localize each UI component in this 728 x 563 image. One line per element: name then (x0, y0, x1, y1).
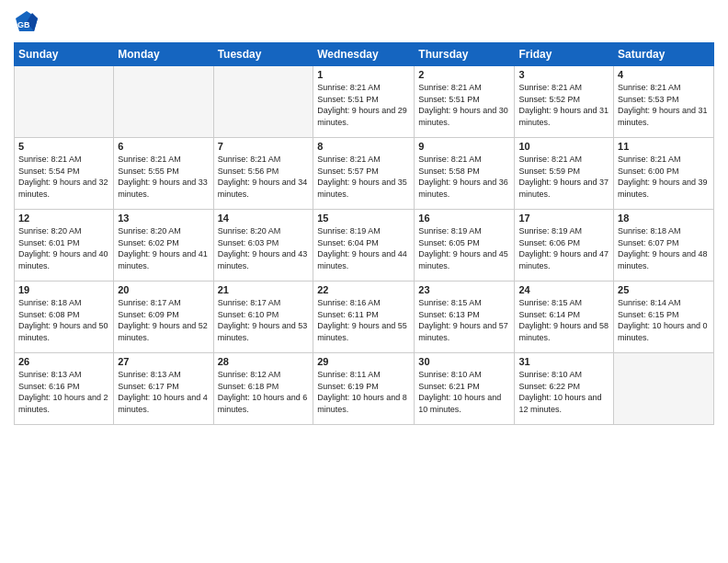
calendar-cell (614, 353, 714, 425)
calendar-cell: 18Sunrise: 8:18 AM Sunset: 6:07 PM Dayli… (614, 210, 714, 282)
calendar-cell: 2Sunrise: 8:21 AM Sunset: 5:51 PM Daylig… (415, 66, 515, 138)
day-number: 19 (18, 284, 109, 295)
day-info: Sunrise: 8:19 AM Sunset: 6:06 PM Dayligh… (518, 225, 609, 271)
day-info: Sunrise: 8:21 AM Sunset: 6:00 PM Dayligh… (618, 154, 710, 200)
day-info: Sunrise: 8:13 AM Sunset: 6:16 PM Dayligh… (18, 369, 109, 415)
day-number: 27 (118, 356, 209, 367)
day-number: 2 (418, 69, 510, 80)
day-number: 29 (317, 356, 410, 367)
day-header-monday: Monday (114, 43, 213, 66)
day-number: 25 (618, 284, 710, 295)
day-info: Sunrise: 8:18 AM Sunset: 6:07 PM Dayligh… (618, 225, 710, 271)
logo: GB (14, 9, 43, 35)
calendar-cell: 7Sunrise: 8:21 AM Sunset: 5:56 PM Daylig… (213, 138, 313, 210)
day-info: Sunrise: 8:21 AM Sunset: 5:51 PM Dayligh… (418, 82, 510, 128)
day-number: 31 (518, 356, 609, 367)
day-info: Sunrise: 8:20 AM Sunset: 6:03 PM Dayligh… (218, 225, 310, 271)
page: GB SundayMondayTuesdayWednesdayThursdayF… (0, 0, 728, 563)
day-info: Sunrise: 8:10 AM Sunset: 6:22 PM Dayligh… (518, 369, 609, 415)
day-info: Sunrise: 8:21 AM Sunset: 5:52 PM Dayligh… (518, 82, 609, 128)
calendar-cell: 20Sunrise: 8:17 AM Sunset: 6:09 PM Dayli… (114, 282, 213, 353)
calendar-cell: 19Sunrise: 8:18 AM Sunset: 6:08 PM Dayli… (15, 282, 114, 353)
day-info: Sunrise: 8:21 AM Sunset: 5:57 PM Dayligh… (317, 154, 410, 200)
calendar-cell: 15Sunrise: 8:19 AM Sunset: 6:04 PM Dayli… (313, 210, 415, 282)
day-info: Sunrise: 8:21 AM Sunset: 5:56 PM Dayligh… (218, 154, 310, 200)
day-header-tuesday: Tuesday (213, 43, 313, 66)
day-number: 24 (518, 284, 609, 295)
calendar-cell: 10Sunrise: 8:21 AM Sunset: 5:59 PM Dayli… (515, 138, 614, 210)
calendar-cell: 3Sunrise: 8:21 AM Sunset: 5:52 PM Daylig… (515, 66, 614, 138)
day-info: Sunrise: 8:21 AM Sunset: 5:59 PM Dayligh… (518, 154, 609, 200)
day-info: Sunrise: 8:10 AM Sunset: 6:21 PM Dayligh… (418, 369, 510, 415)
day-info: Sunrise: 8:11 AM Sunset: 6:19 PM Dayligh… (317, 369, 410, 415)
logo-icon: GB (14, 9, 40, 35)
calendar-cell: 31Sunrise: 8:10 AM Sunset: 6:22 PM Dayli… (515, 353, 614, 425)
day-info: Sunrise: 8:14 AM Sunset: 6:15 PM Dayligh… (618, 297, 710, 343)
day-header-thursday: Thursday (415, 43, 515, 66)
day-number: 13 (118, 213, 209, 224)
day-info: Sunrise: 8:21 AM Sunset: 5:54 PM Dayligh… (18, 154, 109, 200)
day-info: Sunrise: 8:17 AM Sunset: 6:09 PM Dayligh… (118, 297, 209, 343)
calendar-cell: 30Sunrise: 8:10 AM Sunset: 6:21 PM Dayli… (415, 353, 515, 425)
calendar: SundayMondayTuesdayWednesdayThursdayFrid… (14, 42, 714, 425)
day-info: Sunrise: 8:21 AM Sunset: 5:58 PM Dayligh… (418, 154, 510, 200)
calendar-cell: 25Sunrise: 8:14 AM Sunset: 6:15 PM Dayli… (614, 282, 714, 353)
day-number: 20 (118, 284, 209, 295)
calendar-cell: 22Sunrise: 8:16 AM Sunset: 6:11 PM Dayli… (313, 282, 415, 353)
day-number: 10 (518, 141, 609, 152)
calendar-week-2: 5Sunrise: 8:21 AM Sunset: 5:54 PM Daylig… (15, 138, 714, 210)
day-number: 11 (618, 141, 710, 152)
day-info: Sunrise: 8:21 AM Sunset: 5:55 PM Dayligh… (118, 154, 209, 200)
day-number: 7 (218, 141, 310, 152)
calendar-week-5: 26Sunrise: 8:13 AM Sunset: 6:16 PM Dayli… (15, 353, 714, 425)
calendar-cell: 27Sunrise: 8:13 AM Sunset: 6:17 PM Dayli… (114, 353, 213, 425)
day-number: 21 (218, 284, 310, 295)
calendar-cell: 6Sunrise: 8:21 AM Sunset: 5:55 PM Daylig… (114, 138, 213, 210)
calendar-cell: 12Sunrise: 8:20 AM Sunset: 6:01 PM Dayli… (15, 210, 114, 282)
day-header-saturday: Saturday (614, 43, 714, 66)
calendar-cell: 26Sunrise: 8:13 AM Sunset: 6:16 PM Dayli… (15, 353, 114, 425)
day-number: 3 (518, 69, 609, 80)
calendar-cell: 23Sunrise: 8:15 AM Sunset: 6:13 PM Dayli… (415, 282, 515, 353)
day-info: Sunrise: 8:19 AM Sunset: 6:05 PM Dayligh… (418, 225, 510, 271)
calendar-cell: 14Sunrise: 8:20 AM Sunset: 6:03 PM Dayli… (213, 210, 313, 282)
day-number: 17 (518, 213, 609, 224)
day-number: 5 (18, 141, 109, 152)
day-info: Sunrise: 8:21 AM Sunset: 5:51 PM Dayligh… (317, 82, 410, 128)
calendar-cell: 17Sunrise: 8:19 AM Sunset: 6:06 PM Dayli… (515, 210, 614, 282)
day-number: 26 (18, 356, 109, 367)
calendar-week-1: 1Sunrise: 8:21 AM Sunset: 5:51 PM Daylig… (15, 66, 714, 138)
day-number: 18 (618, 213, 710, 224)
day-number: 15 (317, 213, 410, 224)
day-info: Sunrise: 8:19 AM Sunset: 6:04 PM Dayligh… (317, 225, 410, 271)
day-number: 12 (18, 213, 109, 224)
day-header-wednesday: Wednesday (313, 43, 415, 66)
day-header-friday: Friday (515, 43, 614, 66)
day-number: 28 (218, 356, 310, 367)
header: GB (14, 9, 714, 35)
calendar-header-row: SundayMondayTuesdayWednesdayThursdayFrid… (15, 43, 714, 66)
calendar-cell: 1Sunrise: 8:21 AM Sunset: 5:51 PM Daylig… (313, 66, 415, 138)
calendar-cell: 29Sunrise: 8:11 AM Sunset: 6:19 PM Dayli… (313, 353, 415, 425)
day-info: Sunrise: 8:15 AM Sunset: 6:13 PM Dayligh… (418, 297, 510, 343)
day-number: 23 (418, 284, 510, 295)
day-number: 1 (317, 69, 410, 80)
day-info: Sunrise: 8:18 AM Sunset: 6:08 PM Dayligh… (18, 297, 109, 343)
calendar-cell: 4Sunrise: 8:21 AM Sunset: 5:53 PM Daylig… (614, 66, 714, 138)
calendar-cell (213, 66, 313, 138)
day-info: Sunrise: 8:15 AM Sunset: 6:14 PM Dayligh… (518, 297, 609, 343)
calendar-cell: 21Sunrise: 8:17 AM Sunset: 6:10 PM Dayli… (213, 282, 313, 353)
day-header-sunday: Sunday (15, 43, 114, 66)
day-number: 16 (418, 213, 510, 224)
day-number: 9 (418, 141, 510, 152)
day-info: Sunrise: 8:13 AM Sunset: 6:17 PM Dayligh… (118, 369, 209, 415)
day-info: Sunrise: 8:20 AM Sunset: 6:01 PM Dayligh… (18, 225, 109, 271)
day-number: 22 (317, 284, 410, 295)
day-number: 14 (218, 213, 310, 224)
calendar-cell: 5Sunrise: 8:21 AM Sunset: 5:54 PM Daylig… (15, 138, 114, 210)
calendar-cell (15, 66, 114, 138)
calendar-cell (114, 66, 213, 138)
calendar-cell: 28Sunrise: 8:12 AM Sunset: 6:18 PM Dayli… (213, 353, 313, 425)
day-info: Sunrise: 8:20 AM Sunset: 6:02 PM Dayligh… (118, 225, 209, 271)
day-info: Sunrise: 8:17 AM Sunset: 6:10 PM Dayligh… (218, 297, 310, 343)
